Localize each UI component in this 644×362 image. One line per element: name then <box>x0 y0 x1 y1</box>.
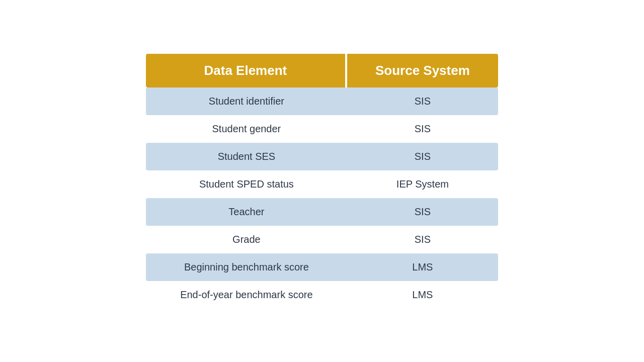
cell-source-system: SIS <box>347 87 498 115</box>
cell-source-system: LMS <box>347 281 498 309</box>
cell-source-system: IEP System <box>347 170 498 198</box>
data-table: Data Element Source System Student ident… <box>146 54 498 309</box>
cell-source-system: LMS <box>347 253 498 281</box>
cell-data-element: End-of-year benchmark score <box>146 281 347 309</box>
cell-source-system: SIS <box>347 198 498 226</box>
cell-source-system: SIS <box>347 143 498 170</box>
header-data-element: Data Element <box>146 54 347 87</box>
cell-data-element: Beginning benchmark score <box>146 253 347 281</box>
cell-data-element: Student gender <box>146 115 347 143</box>
table-row: End-of-year benchmark scoreLMS <box>146 281 498 309</box>
table-row: Student SESSIS <box>146 143 498 170</box>
cell-data-element: Student SES <box>146 143 347 170</box>
cell-source-system: SIS <box>347 226 498 253</box>
table-row: Student identifierSIS <box>146 87 498 115</box>
cell-data-element: Student identifier <box>146 87 347 115</box>
table-row: Student SPED statusIEP System <box>146 170 498 198</box>
cell-source-system: SIS <box>347 115 498 143</box>
header-source-system: Source System <box>347 54 498 87</box>
table-row: Student genderSIS <box>146 115 498 143</box>
cell-data-element: Teacher <box>146 198 347 226</box>
table-row: GradeSIS <box>146 226 498 253</box>
main-table-container: Data Element Source System Student ident… <box>146 54 498 309</box>
table-row: Beginning benchmark scoreLMS <box>146 253 498 281</box>
cell-data-element: Student SPED status <box>146 170 347 198</box>
cell-data-element: Grade <box>146 226 347 253</box>
table-row: TeacherSIS <box>146 198 498 226</box>
